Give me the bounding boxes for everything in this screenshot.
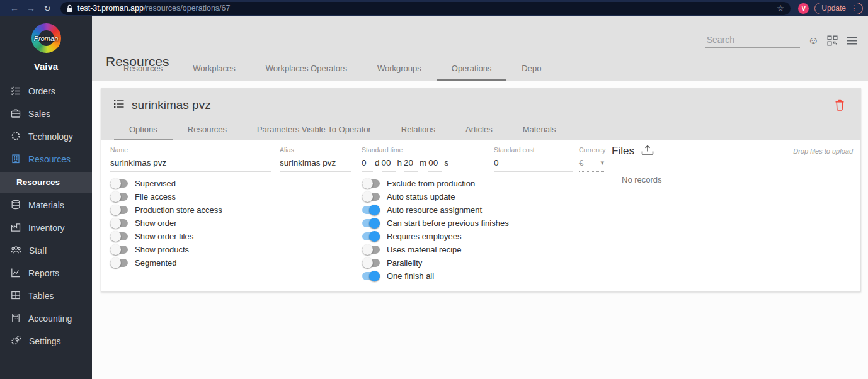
toggle-exclude-from-production[interactable]: Exclude from production [362,177,509,190]
sidebar-item-label: Orders [28,86,55,96]
toggle-can-start-before-previous-finishes[interactable]: Can start before previous finishes [362,217,509,230]
seconds-input[interactable]: 00 [428,158,442,172]
alias-field: Alias surinkimas pvz [280,146,351,172]
sidebar-item-tables[interactable]: Tables [0,285,92,307]
exclude-from-production-switch[interactable] [362,179,380,188]
user-name: Vaiva [0,61,92,72]
operation-title: surinkimas pvz [132,98,211,112]
show-order-files-switch[interactable] [110,232,128,240]
tab-articles[interactable]: Articles [450,120,508,140]
auto-resource-assignment-switch[interactable] [362,206,380,214]
toggle-uses-material-recipe[interactable]: Uses material recipe [362,243,509,256]
toggle-label: Segmented [135,258,177,268]
tab-relations[interactable]: Relations [386,120,450,140]
toggle-one-finish-all[interactable]: One finish all [362,269,509,283]
address-bar[interactable]: test-3t.proman.app/resources/operations/… [60,2,791,15]
show-products-switch[interactable] [110,246,128,254]
segmented-switch[interactable] [110,259,128,267]
parallelity-switch[interactable] [362,259,380,267]
name-label: Name [110,146,271,154]
hours-unit: h [397,158,403,171]
supervised-switch[interactable] [110,179,128,188]
requires-employees-switch[interactable] [362,232,380,240]
toggle-label: Production store access [135,205,222,215]
url-host: test-3t.proman.app [77,4,144,13]
currency-label: Currency [579,146,604,154]
toggle-show-order-files[interactable]: Show order files [110,230,222,243]
tab-parameters-visible-to-operator[interactable]: Parameters Visible To Operator [242,120,386,140]
toggle-show-order[interactable]: Show order [110,217,222,230]
browser-update-button[interactable]: Update ⋮ [814,3,863,14]
sidebar-item-label: Tables [28,291,54,301]
browser-forward-button[interactable]: → [23,3,39,13]
toggle-auto-resource-assignment[interactable]: Auto resource assignment [362,203,509,217]
sidebar-item-sales[interactable]: Sales [0,103,92,125]
sidebar-item-materials[interactable]: Materials [0,194,92,217]
list-icon [113,99,125,111]
uses-material-recipe-switch[interactable] [362,246,380,254]
toggle-show-products[interactable]: Show products [110,243,222,256]
tab-materials[interactable]: Materials [508,120,571,140]
sidebar-subitem-resources[interactable]: Resources [0,172,92,193]
can-start-before-previous-finishes-switch[interactable] [362,219,380,227]
tab-workgroups[interactable]: Workgroups [362,57,437,81]
files-title: Files [612,145,634,157]
toggle-production-store-access[interactable]: Production store access [110,203,222,217]
toggle-file-access[interactable]: File access [110,190,222,203]
sidebar-item-settings[interactable]: Settings [0,330,92,353]
minutes-input[interactable]: 20 [404,158,418,172]
delete-operation-button[interactable] [834,99,845,111]
sidebar-item-technology[interactable]: Technology [0,125,92,148]
bookmark-star-icon[interactable]: ☆ [777,3,785,13]
toggle-segmented[interactable]: Segmented [110,256,222,269]
hamburger-menu-icon[interactable] [846,37,858,45]
browser-menu-icon[interactable]: ⋮ [850,4,858,13]
tab-operations[interactable]: Operations [437,57,507,81]
sidebar-item-reports[interactable]: Reports [0,262,92,285]
auto-status-update-switch[interactable] [362,193,380,201]
search-input[interactable] [705,33,800,48]
tab-workplaces[interactable]: Workplaces [178,57,251,81]
sidebar-nav: Orders Sales Technology Resources Resour… [0,80,92,353]
sidebar-item-accounting[interactable]: Accounting [0,307,92,330]
tab-options[interactable]: Options [114,120,173,140]
sidebar-item-label: Settings [29,336,61,346]
toggle-supervised[interactable]: Supervised [110,177,222,190]
sidebar-item-resources[interactable]: Resources [0,148,92,171]
toggle-parallelity[interactable]: Parallelity [362,256,509,269]
browser-back-button[interactable]: ← [6,3,23,13]
currency-field: Currency € ▾ [579,146,604,172]
file-access-switch[interactable] [110,193,128,201]
tab-card-resources[interactable]: Resources [173,120,242,140]
toggle-label: Supervised [135,179,176,188]
one-finish-all-switch[interactable] [362,272,380,280]
toggle-requires-employees[interactable]: Requires employees [362,230,509,243]
qr-code-icon[interactable] [827,35,838,46]
alias-input[interactable]: surinkimas pvz [280,158,351,172]
browser-reload-button[interactable]: ↻ [39,4,55,13]
standard-cost-input[interactable]: 0 [494,158,573,172]
tab-resources[interactable]: Resources [108,57,178,81]
feedback-smiley-icon[interactable]: ☺ [808,35,819,46]
tab-workplaces-operators[interactable]: Workplaces Operators [251,57,362,81]
tab-depo[interactable]: Depo [506,57,556,81]
main-tabs: Resources Workplaces Workplaces Operator… [92,57,556,81]
sidebar-item-label: Inventory [28,223,65,233]
currency-select[interactable]: € ▾ [579,158,604,172]
card-title-row: surinkimas pvz [101,89,860,112]
sidebar-item-orders[interactable]: Orders [0,80,92,103]
toggle-auto-status-update[interactable]: Auto status update [362,190,509,203]
upload-icon[interactable] [641,144,654,158]
days-input[interactable]: 0 [362,158,373,172]
sidebar-item-staff[interactable]: Staff [0,239,92,262]
card-tabs: Options Resources Parameters Visible To … [101,120,860,140]
hours-input[interactable]: 00 [382,158,396,172]
sidebar-item-inventory[interactable]: Inventory [0,217,92,239]
files-panel[interactable]: Files Drop files to upload No records [612,144,853,184]
name-input[interactable]: surinkimas pvz [110,158,271,172]
production-store-access-switch[interactable] [110,206,128,214]
proman-logo[interactable]: Proman [31,23,61,53]
lock-icon [66,4,73,13]
show-order-switch[interactable] [110,219,128,227]
browser-profile-avatar[interactable]: V [798,3,809,14]
